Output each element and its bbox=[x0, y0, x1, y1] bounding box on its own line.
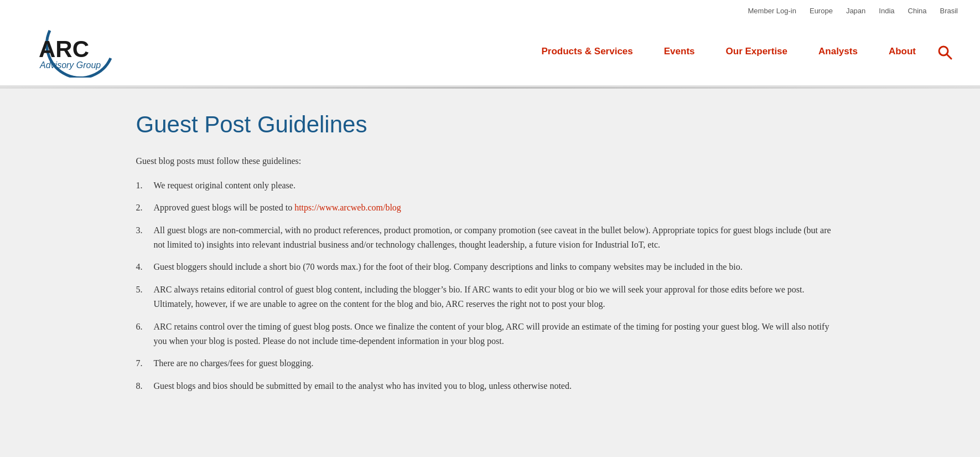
nav-about[interactable]: About bbox=[873, 27, 931, 77]
page-title: Guest Post Guidelines bbox=[136, 111, 844, 138]
list-item: Guest blogs and bios should be submitted… bbox=[136, 379, 844, 393]
blog-link[interactable]: https://www.arcweb.com/blog bbox=[294, 203, 401, 212]
list-item-text: We request original content only please. bbox=[154, 178, 295, 193]
nav-our-expertise[interactable]: Our Expertise bbox=[711, 27, 803, 77]
guidelines-list: We request original content only please.… bbox=[136, 178, 844, 393]
list-item: There are no charges/fees for guest blog… bbox=[136, 356, 844, 371]
list-item-text: ARC always retains editorial control of … bbox=[154, 283, 844, 312]
list-item: Guest bloggers should include a short bi… bbox=[136, 260, 844, 274]
main-nav: Products & Services Events Our Expertise… bbox=[526, 27, 958, 77]
logo[interactable]: ARC Advisory Group bbox=[22, 19, 122, 85]
india-link[interactable]: India bbox=[879, 6, 894, 17]
header-main: ARC Advisory Group Products & Services E… bbox=[22, 19, 958, 85]
list-item-text: All guest blogs are non-commercial, with… bbox=[154, 223, 844, 253]
list-item: We request original content only please. bbox=[136, 178, 844, 193]
list-item-text: ARC retains control over the timing of g… bbox=[154, 320, 844, 349]
search-button[interactable] bbox=[931, 33, 958, 71]
site-header: Member Log-in Europe Japan India China B… bbox=[0, 0, 980, 87]
list-item-text: There are no charges/fees for guest blog… bbox=[154, 356, 314, 371]
svg-line-3 bbox=[947, 55, 952, 59]
japan-link[interactable]: Japan bbox=[846, 6, 865, 17]
svg-text:Advisory Group: Advisory Group bbox=[39, 60, 101, 70]
china-link[interactable]: China bbox=[908, 6, 927, 17]
list-item: ARC retains control over the timing of g… bbox=[136, 320, 844, 349]
member-login-link[interactable]: Member Log-in bbox=[748, 6, 796, 17]
brasil-link[interactable]: Brasil bbox=[940, 6, 958, 17]
list-item: ARC always retains editorial control of … bbox=[136, 283, 844, 312]
main-content: Guest Post Guidelines Guest blog posts m… bbox=[103, 89, 878, 434]
list-item: All guest blogs are non-commercial, with… bbox=[136, 223, 844, 253]
svg-text:ARC: ARC bbox=[39, 36, 89, 62]
europe-link[interactable]: Europe bbox=[810, 6, 833, 17]
search-icon bbox=[937, 44, 952, 60]
nav-products-services[interactable]: Products & Services bbox=[526, 27, 648, 77]
list-item-text: Guest bloggers should include a short bi… bbox=[154, 260, 743, 274]
nav-events[interactable]: Events bbox=[649, 27, 711, 77]
logo-svg: ARC Advisory Group bbox=[22, 25, 122, 78]
list-item-text: Approved guest blogs will be posted to h… bbox=[154, 201, 401, 215]
intro-text: Guest blog posts must follow these guide… bbox=[136, 154, 844, 168]
list-item: Approved guest blogs will be posted to h… bbox=[136, 201, 844, 215]
list-item-text: Guest blogs and bios should be submitted… bbox=[154, 379, 572, 393]
top-bar: Member Log-in Europe Japan India China B… bbox=[22, 0, 958, 19]
nav-analysts[interactable]: Analysts bbox=[803, 27, 873, 77]
